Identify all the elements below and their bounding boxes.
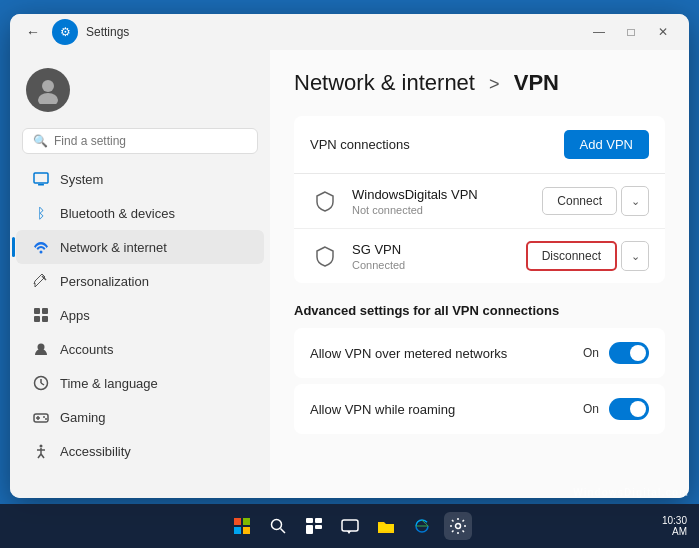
connect-button-1[interactable]: Connect xyxy=(542,187,617,215)
breadcrumb-separator: > xyxy=(489,74,500,94)
vpn-shield-icon-1 xyxy=(310,186,340,216)
sidebar-item-personalization[interactable]: Personalization xyxy=(16,264,264,298)
svg-rect-32 xyxy=(306,525,313,534)
svg-point-35 xyxy=(455,524,460,529)
toggle-switch-metered[interactable] xyxy=(609,342,649,364)
user-avatar-section xyxy=(10,58,270,128)
expand-button-2[interactable]: ⌄ xyxy=(621,241,649,271)
svg-rect-27 xyxy=(243,527,250,534)
apps-icon xyxy=(32,306,50,324)
svg-rect-26 xyxy=(234,527,241,534)
search-input[interactable] xyxy=(54,134,247,148)
bluetooth-icon: ᛒ xyxy=(32,204,50,222)
personalization-icon xyxy=(32,272,50,290)
sidebar-item-system[interactable]: System xyxy=(16,162,264,196)
vpn-connections-section: VPN connections Add VPN WindowsDigitals … xyxy=(294,116,665,283)
sidebar-label-system: System xyxy=(60,172,103,187)
toggle-switch-roaming[interactable] xyxy=(609,398,649,420)
toggle-state-roaming: On xyxy=(583,402,599,416)
taskbar-search-button[interactable] xyxy=(264,512,292,540)
svg-point-0 xyxy=(42,80,54,92)
svg-point-17 xyxy=(43,416,45,418)
close-button[interactable]: ✕ xyxy=(649,21,677,43)
toggle-row-metered: Allow VPN over metered networks On xyxy=(294,328,665,378)
svg-point-4 xyxy=(40,251,43,254)
sidebar-item-time[interactable]: Time & language xyxy=(16,366,264,400)
avatar xyxy=(26,68,70,112)
svg-line-13 xyxy=(41,383,44,385)
vpn-name-2: SG VPN xyxy=(352,242,514,257)
toggle-label-metered: Allow VPN over metered networks xyxy=(310,346,507,361)
sidebar-label-bluetooth: Bluetooth & devices xyxy=(60,206,175,221)
window-title: Settings xyxy=(86,25,129,39)
maximize-button[interactable]: □ xyxy=(617,21,645,43)
svg-rect-3 xyxy=(38,184,44,186)
toggle-row-roaming: Allow VPN while roaming On xyxy=(294,384,665,434)
toggle-label-roaming: Allow VPN while roaming xyxy=(310,402,455,417)
taskbar: 10:30 AM xyxy=(0,504,699,548)
vpn-info-2: SG VPN Connected xyxy=(352,242,514,271)
sidebar-label-accounts: Accounts xyxy=(60,342,113,357)
vpn-actions-1: Connect ⌄ xyxy=(542,186,649,216)
sidebar-item-apps[interactable]: Apps xyxy=(16,298,264,332)
breadcrumb-parent: Network & internet xyxy=(294,70,475,95)
search-box[interactable]: 🔍 xyxy=(22,128,258,154)
vpn-item-sg: SG VPN Connected Disconnect ⌄ xyxy=(294,229,665,283)
system-icon xyxy=(32,170,50,188)
sidebar-label-network: Network & internet xyxy=(60,240,167,255)
advanced-settings-header: Advanced settings for all VPN connection… xyxy=(294,303,665,318)
svg-rect-33 xyxy=(315,525,322,529)
taskbar-edge-button[interactable] xyxy=(408,512,436,540)
taskbar-chat-button[interactable] xyxy=(336,512,364,540)
sidebar-item-bluetooth[interactable]: ᛒ Bluetooth & devices xyxy=(16,196,264,230)
svg-rect-7 xyxy=(42,308,48,314)
accounts-icon xyxy=(32,340,50,358)
vpn-info-1: WindowsDigitals VPN Not connected xyxy=(352,187,530,216)
add-vpn-button[interactable]: Add VPN xyxy=(564,130,649,159)
minimize-button[interactable]: — xyxy=(585,21,613,43)
gaming-icon xyxy=(32,408,50,426)
vpn-connections-label: VPN connections xyxy=(310,137,410,152)
toggle-state-metered: On xyxy=(583,346,599,360)
page-header: Network & internet > VPN xyxy=(294,70,665,96)
sidebar-item-accessibility[interactable]: Accessibility xyxy=(16,434,264,468)
sidebar-item-accounts[interactable]: Accounts xyxy=(16,332,264,366)
taskbar-time: 10:30 AM xyxy=(658,513,691,539)
sidebar-label-apps: Apps xyxy=(60,308,90,323)
taskbar-start-button[interactable] xyxy=(228,512,256,540)
svg-rect-31 xyxy=(315,518,322,523)
expand-button-1[interactable]: ⌄ xyxy=(621,186,649,216)
svg-line-23 xyxy=(41,454,44,458)
time-icon xyxy=(32,374,50,392)
main-content: Network & internet > VPN VPN connections… xyxy=(270,50,689,498)
svg-rect-9 xyxy=(42,316,48,322)
svg-rect-8 xyxy=(34,316,40,322)
sidebar: 🔍 System ᛒ Bluetooth & devices xyxy=(10,50,270,498)
vpn-item-windowsdigitals: WindowsDigitals VPN Not connected Connec… xyxy=(294,174,665,229)
svg-line-29 xyxy=(280,529,285,534)
svg-point-1 xyxy=(38,93,58,104)
vpn-status-2: Connected xyxy=(352,259,514,271)
svg-point-19 xyxy=(40,445,43,448)
svg-point-18 xyxy=(45,418,47,420)
back-button[interactable]: ← xyxy=(22,21,44,43)
settings-window: ← ⚙ Settings — □ ✕ 🔍 xyxy=(10,14,689,498)
search-icon: 🔍 xyxy=(33,134,48,148)
taskbar-settings-button[interactable] xyxy=(444,512,472,540)
toggle-right-roaming: On xyxy=(583,398,649,420)
settings-avatar-icon: ⚙ xyxy=(52,19,78,45)
vpn-status-1: Not connected xyxy=(352,204,530,216)
disconnect-button[interactable]: Disconnect xyxy=(526,241,617,271)
sidebar-label-accessibility: Accessibility xyxy=(60,444,131,459)
taskbar-fileexplorer-button[interactable] xyxy=(372,512,400,540)
sidebar-label-personalization: Personalization xyxy=(60,274,149,289)
toggle-right-metered: On xyxy=(583,342,649,364)
sidebar-item-network[interactable]: Network & internet xyxy=(16,230,264,264)
window-controls: — □ ✕ xyxy=(585,21,677,43)
sidebar-item-gaming[interactable]: Gaming xyxy=(16,400,264,434)
svg-rect-24 xyxy=(234,518,241,525)
titlebar: ← ⚙ Settings — □ ✕ xyxy=(10,14,689,50)
sidebar-label-time: Time & language xyxy=(60,376,158,391)
network-icon xyxy=(32,238,50,256)
taskbar-widgets-button[interactable] xyxy=(300,512,328,540)
